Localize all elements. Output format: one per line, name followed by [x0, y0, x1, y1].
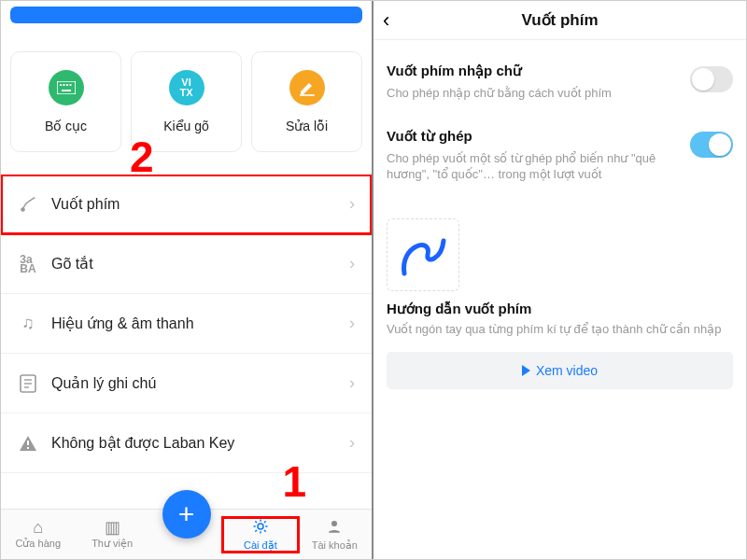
row-manage-notes[interactable]: Quản lý ghi chú ›	[1, 354, 372, 413]
quick-cards: Bố cục VITX Kiểu gõ Sửa lỗi	[10, 51, 362, 152]
shortcut-icon: 3aBA	[14, 255, 42, 273]
note-icon	[14, 374, 42, 393]
warning-icon	[14, 435, 42, 452]
tab-account[interactable]: Tài khoản	[298, 518, 372, 552]
svg-line-20	[264, 530, 266, 532]
svg-rect-1	[60, 84, 62, 86]
person-icon	[326, 518, 343, 538]
tab-store[interactable]: ⌂ Cửa hàng	[1, 519, 75, 550]
svg-rect-3	[66, 84, 68, 86]
setting-title: Vuốt từ ghép	[387, 128, 681, 145]
tab-settings[interactable]: Cài đặt	[223, 518, 297, 552]
card-input-method[interactable]: VITX Kiểu gõ	[131, 51, 242, 152]
keyboard-icon	[49, 70, 84, 105]
gear-icon	[252, 518, 269, 538]
svg-point-14	[258, 524, 263, 529]
chevron-right-icon: ›	[349, 254, 355, 273]
svg-line-19	[255, 521, 257, 523]
row-swipe-typing[interactable]: Vuốt phím ›	[1, 175, 372, 234]
home-icon: ⌂	[33, 519, 43, 536]
back-button[interactable]: ‹	[383, 8, 389, 33]
setting-desc: Cho phép nhập chữ bằng cách vuốt phím	[387, 85, 681, 102]
top-banner	[10, 7, 362, 23]
toggle-swipe-input[interactable]	[690, 66, 733, 92]
detail-header: ‹ Vuốt phím	[374, 1, 746, 40]
row-label: Vuốt phím	[51, 195, 349, 213]
guide-desc: Vuốt ngón tay qua từng phím kí tự để tạo…	[387, 321, 733, 338]
row-label: Không bật được Laban Key	[51, 434, 349, 452]
svg-point-23	[331, 521, 337, 526]
svg-rect-13	[27, 447, 29, 449]
svg-rect-0	[57, 81, 76, 94]
setting-swipe-input: Vuốt phím nhập chữ Cho phép nhập chữ bằn…	[387, 53, 733, 119]
row-label: Quản lý ghi chú	[51, 374, 349, 392]
svg-rect-5	[62, 90, 71, 91]
row-shortcuts[interactable]: 3aBA Gõ tắt ›	[1, 234, 372, 294]
swipe-typing-screen: ‹ Vuốt phím Vuốt phím nhập chữ Cho phép …	[374, 1, 746, 559]
svg-line-21	[255, 530, 257, 532]
swipe-icon	[14, 194, 42, 215]
card-layout[interactable]: Bố cục	[10, 51, 121, 152]
tab-label: Cài đặt	[244, 539, 277, 552]
swipe-illustration	[387, 218, 459, 291]
guide-title: Hướng dẫn vuốt phím	[387, 301, 733, 317]
card-label: Sửa lỗi	[286, 119, 328, 133]
chevron-right-icon: ›	[349, 373, 355, 393]
svg-rect-2	[63, 84, 64, 86]
svg-point-7	[21, 207, 25, 212]
music-note-icon: ♫	[14, 314, 42, 333]
settings-list: Vuốt phím › 3aBA Gõ tắt › ♫ Hiệu ứng & â…	[1, 175, 372, 509]
svg-rect-12	[27, 441, 29, 445]
fab-add-button[interactable]: +	[162, 490, 211, 539]
tab-label: Thư viện	[92, 538, 133, 550]
row-label: Gõ tắt	[51, 255, 349, 273]
chevron-right-icon: ›	[349, 433, 355, 453]
svg-rect-4	[69, 84, 71, 86]
card-label: Bố cục	[45, 119, 87, 133]
tab-label: Tài khoản	[312, 539, 358, 552]
tab-library[interactable]: ▥ Thư viện	[75, 519, 148, 550]
svg-line-22	[264, 521, 266, 523]
detail-title: Vuốt phím	[521, 10, 598, 30]
card-correction[interactable]: Sửa lỗi	[251, 51, 362, 152]
plus-icon: +	[178, 498, 195, 530]
setting-title: Vuốt phím nhập chữ	[387, 63, 681, 79]
watch-video-button[interactable]: Xem video	[387, 352, 733, 389]
toggle-swipe-compound[interactable]	[690, 132, 733, 158]
card-label: Kiểu gõ	[163, 119, 209, 133]
settings-screen: Bố cục VITX Kiểu gõ Sửa lỗi 2 Vu	[1, 1, 374, 559]
vi-tx-icon: VITX	[169, 70, 204, 105]
setting-desc: Cho phép vuốt một số từ ghép phổ biến nh…	[387, 150, 681, 183]
chevron-right-icon: ›	[349, 194, 355, 214]
setting-swipe-compound: Vuốt từ ghép Cho phép vuốt một số từ ghé…	[387, 119, 733, 200]
library-icon: ▥	[105, 519, 120, 536]
chevron-right-icon: ›	[349, 314, 355, 333]
tab-label: Cửa hàng	[15, 538, 61, 550]
row-sound-effects[interactable]: ♫ Hiệu ứng & âm thanh ›	[1, 294, 372, 354]
video-button-label: Xem video	[536, 363, 598, 378]
row-label: Hiệu ứng & âm thanh	[51, 315, 349, 332]
play-icon	[522, 365, 530, 376]
row-troubleshoot[interactable]: Không bật được Laban Key ›	[1, 413, 372, 473]
pencil-icon	[289, 70, 325, 105]
